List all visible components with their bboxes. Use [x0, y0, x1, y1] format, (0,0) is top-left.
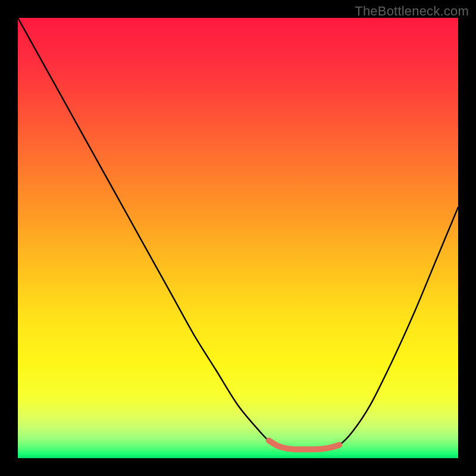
watermark-text: TheBottleneck.com [355, 4, 469, 19]
heatmap-background [18, 18, 458, 458]
chart-frame: TheBottleneck.com [0, 0, 476, 476]
plot-area [18, 18, 458, 458]
svg-rect-0 [18, 18, 458, 458]
